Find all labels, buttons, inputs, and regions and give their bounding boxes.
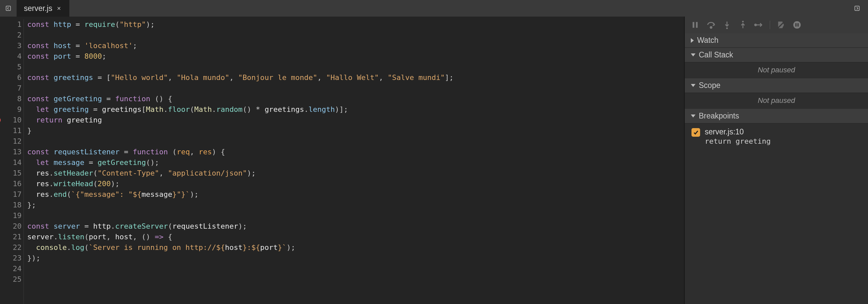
chevron-down-icon — [691, 84, 695, 87]
code-line[interactable]: const requestListener = function (req, r… — [27, 147, 454, 157]
line-number[interactable]: 7 — [5, 83, 22, 94]
pause-exceptions-icon[interactable] — [792, 20, 802, 30]
code-line[interactable]: const server = http.createServer(request… — [27, 221, 454, 232]
step-into-icon[interactable] — [722, 20, 732, 30]
svg-point-4 — [710, 27, 712, 28]
code-line[interactable] — [27, 210, 454, 221]
editor-tabbar: server.js × — [0, 0, 868, 17]
breakpoints-list: server.js:10 return greeting — [685, 123, 868, 149]
svg-point-6 — [726, 28, 728, 29]
close-icon[interactable]: × — [57, 5, 61, 11]
line-number[interactable]: 21 — [5, 232, 22, 242]
line-number[interactable]: 16 — [5, 179, 22, 189]
line-number[interactable]: 23 — [5, 253, 22, 264]
scope-status: Not paused — [685, 93, 868, 109]
breakpoint-checkbox[interactable] — [691, 128, 700, 137]
code-line[interactable] — [27, 274, 454, 285]
watch-title: Watch — [697, 36, 718, 45]
line-number[interactable]: 8 — [5, 94, 22, 104]
code-line[interactable]: const http = require("http"); — [27, 19, 454, 30]
code-line[interactable]: const port = 8000; — [27, 51, 454, 62]
code-line[interactable]: let greeting = greetings[Math.floor(Math… — [27, 104, 454, 115]
code-line[interactable]: server.listen(port, host, () => { — [27, 232, 454, 242]
pause-icon[interactable] — [690, 20, 700, 30]
code-line[interactable]: return greeting — [27, 115, 454, 125]
breakpoint-item[interactable]: server.js:10 return greeting — [691, 127, 861, 145]
code-line[interactable] — [27, 136, 454, 147]
editor-tab-active[interactable]: server.js × — [17, 0, 69, 17]
code-line[interactable]: const greetings = ["Hello world", "Hola … — [27, 72, 454, 83]
line-number[interactable]: 11 — [5, 125, 22, 136]
editor-tab-title: server.js — [24, 5, 53, 12]
step-icon[interactable] — [754, 20, 764, 30]
code-content[interactable]: const http = require("http");const host … — [24, 19, 454, 304]
code-line[interactable] — [27, 264, 454, 274]
line-number[interactable]: 18 — [5, 200, 22, 210]
svg-rect-3 — [696, 22, 698, 28]
code-line[interactable]: const getGreeting = function () { — [27, 94, 454, 104]
debug-panel: Watch Call Stack Not paused Scope Not pa… — [685, 17, 868, 304]
callstack-status: Not paused — [685, 62, 868, 78]
code-editor[interactable]: 1234567891011121314151617181920212223242… — [0, 17, 685, 304]
code-line[interactable]: const host = 'localhost'; — [27, 40, 454, 51]
breakpoint-source: return greeting — [705, 137, 771, 145]
step-out-icon[interactable] — [738, 20, 748, 30]
line-number[interactable]: 14 — [5, 157, 22, 168]
code-line[interactable]: res.end(`{"message": "${message}"}`); — [27, 189, 454, 200]
svg-point-7 — [742, 21, 744, 23]
svg-rect-2 — [693, 22, 694, 28]
chevron-down-icon — [691, 115, 695, 118]
breakpoints-title: Breakpoints — [699, 112, 739, 120]
svg-rect-12 — [797, 23, 799, 27]
code-line[interactable] — [27, 62, 454, 72]
code-line[interactable] — [27, 30, 454, 40]
code-line[interactable]: }; — [27, 200, 454, 210]
code-line[interactable]: console.log(`Server is running on http:/… — [27, 242, 454, 253]
breakpoints-section-header[interactable]: Breakpoints — [685, 109, 868, 123]
line-number[interactable]: 5 — [5, 62, 22, 72]
line-number[interactable]: 22 — [5, 242, 22, 253]
line-number[interactable]: 13 — [5, 147, 22, 157]
svg-point-8 — [755, 24, 756, 26]
svg-rect-1 — [855, 6, 859, 10]
scope-title: Scope — [699, 81, 720, 90]
callstack-section-header[interactable]: Call Stack — [685, 48, 868, 62]
line-number[interactable]: 25 — [5, 274, 22, 285]
line-number[interactable]: 6 — [5, 72, 22, 83]
line-number[interactable]: 24 — [5, 264, 22, 274]
svg-rect-11 — [795, 23, 797, 27]
debug-toolbar — [685, 17, 868, 33]
code-line[interactable]: let message = getGreeting(); — [27, 157, 454, 168]
svg-point-10 — [793, 21, 801, 29]
line-number[interactable]: 19 — [5, 210, 22, 221]
line-number[interactable]: 3 — [5, 40, 22, 51]
watch-section-header[interactable]: Watch — [685, 33, 868, 48]
svg-rect-0 — [6, 6, 10, 10]
line-number-gutter[interactable]: 1234567891011121314151617181920212223242… — [5, 19, 24, 304]
line-number[interactable]: 12 — [5, 136, 22, 147]
line-number[interactable]: 2 — [5, 30, 22, 40]
step-over-icon[interactable] — [706, 20, 716, 30]
line-number[interactable]: 20 — [5, 221, 22, 232]
line-number[interactable]: 10 — [5, 115, 22, 125]
line-number[interactable]: 17 — [5, 189, 22, 200]
line-number[interactable]: 1 — [5, 19, 22, 30]
line-number[interactable]: 4 — [5, 51, 22, 62]
line-number[interactable]: 15 — [5, 168, 22, 179]
tab-scroll-left-button[interactable] — [0, 0, 17, 17]
code-line[interactable]: } — [27, 125, 454, 136]
code-line[interactable]: res.setHeader("Content-Type", "applicati… — [27, 168, 454, 179]
chevron-right-icon — [691, 38, 694, 43]
code-line[interactable]: res.writeHead(200); — [27, 179, 454, 189]
deactivate-breakpoints-icon[interactable] — [776, 20, 786, 30]
callstack-title: Call Stack — [699, 51, 733, 59]
code-line[interactable] — [27, 83, 454, 94]
scope-section-header[interactable]: Scope — [685, 78, 868, 93]
breakpoint-location: server.js:10 — [705, 127, 771, 136]
tab-scroll-right-button[interactable] — [849, 5, 865, 11]
code-line[interactable]: }); — [27, 253, 454, 264]
line-number[interactable]: 9 — [5, 104, 22, 115]
chevron-down-icon — [691, 54, 695, 56]
